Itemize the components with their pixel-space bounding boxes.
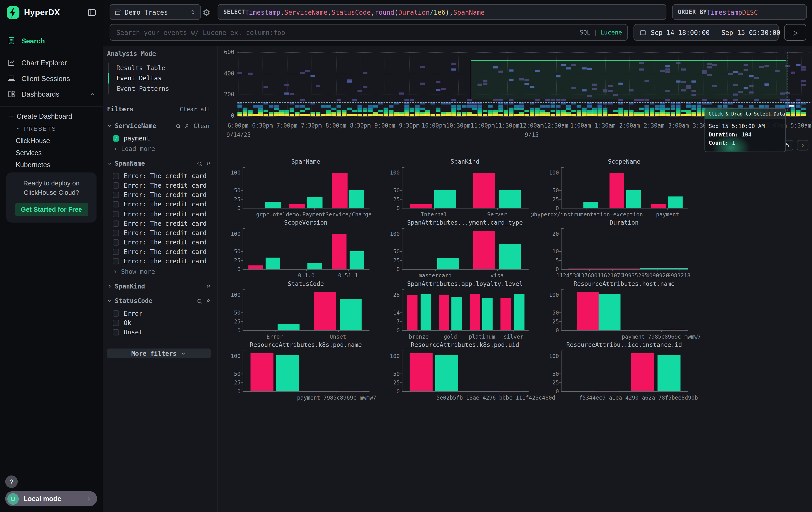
chevron-down-icon[interactable] bbox=[107, 161, 112, 166]
filter-checkbox-row[interactable]: Error: The credit card (… bbox=[107, 228, 211, 238]
chart-ytick-label: 50 bbox=[234, 309, 240, 316]
bar-green bbox=[276, 355, 299, 392]
filter-checkbox-row[interactable]: Error: The credit card (… bbox=[107, 209, 211, 219]
checkbox-unchecked[interactable] bbox=[113, 249, 119, 255]
filter-checkbox-row[interactable]: Error: The credit card (… bbox=[107, 181, 211, 190]
filter-checkbox-row[interactable]: Error: The credit card (… bbox=[107, 238, 211, 247]
checkbox-unchecked[interactable] bbox=[113, 220, 119, 226]
search-input[interactable] bbox=[115, 28, 575, 37]
sidebar-item-dashboards[interactable]: Dashboards bbox=[0, 86, 103, 102]
preset-services[interactable]: Services bbox=[0, 147, 103, 159]
checkbox-unchecked[interactable] bbox=[113, 173, 119, 179]
filter-checkbox-row[interactable]: Error: The credit card (… bbox=[107, 190, 211, 200]
chart-spanname: SpanName10050250grpc.oteldemo.PaymentSer… bbox=[219, 157, 378, 218]
chevron-down-icon[interactable] bbox=[107, 298, 112, 303]
help-button[interactable]: ? bbox=[5, 476, 18, 488]
heatmap-cell bbox=[279, 114, 284, 116]
clear-all-link[interactable]: Clear all bbox=[180, 106, 211, 113]
preset-clickhouse[interactable]: ClickHouse bbox=[0, 135, 103, 147]
heatmap-cell bbox=[613, 114, 618, 116]
heatmap-cell bbox=[535, 110, 540, 112]
sidebar-item-search[interactable]: Search bbox=[0, 33, 103, 49]
logs-icon bbox=[7, 36, 16, 45]
sql-select-input[interactable]: SELECT Timestamp, ServiceName, StatusCod… bbox=[218, 4, 666, 20]
avatar: U bbox=[7, 493, 19, 505]
preset-kubernetes[interactable]: Kubernetes bbox=[0, 159, 103, 171]
heatmap-cell bbox=[697, 114, 701, 116]
search-icon[interactable] bbox=[175, 123, 181, 129]
heatmap-cell bbox=[603, 112, 607, 114]
checkbox-unchecked[interactable] bbox=[113, 192, 119, 198]
selection-rectangle[interactable] bbox=[471, 60, 786, 100]
filter-section-header: SpanName bbox=[107, 160, 211, 167]
run-query-button[interactable]: ▷ bbox=[784, 24, 807, 41]
analysis-mode-results-table[interactable]: Results Table bbox=[107, 63, 211, 73]
pin-icon[interactable] bbox=[205, 298, 211, 304]
filter-checkbox-row[interactable]: Error: The credit card (… bbox=[107, 200, 211, 209]
chevron-right-icon[interactable] bbox=[107, 284, 112, 289]
get-started-button[interactable]: Get Started for Free bbox=[15, 203, 88, 216]
create-dashboard-button[interactable]: + Create Dashboard bbox=[0, 110, 103, 122]
search-icon[interactable] bbox=[197, 161, 203, 166]
main-heatmap-chart[interactable]: 6:00pm6:30pm7:00pm7:30pm8:00pm8:30pm9:00… bbox=[237, 52, 810, 116]
checkbox-unchecked[interactable] bbox=[113, 258, 119, 264]
chart-ytick-mark bbox=[241, 382, 243, 383]
presets-toggle[interactable]: PRESETS bbox=[0, 122, 103, 135]
checkbox-unchecked[interactable] bbox=[113, 183, 119, 189]
checkbox-unchecked[interactable] bbox=[113, 211, 119, 217]
source-select[interactable]: Demo Traces bbox=[110, 4, 201, 20]
checkbox-unchecked[interactable] bbox=[113, 201, 119, 208]
sidebar-collapse-icon[interactable] bbox=[87, 8, 96, 17]
analysis-mode-event-patterns[interactable]: Event Patterns bbox=[107, 84, 211, 94]
analysis-mode-event-deltas[interactable]: Event Deltas bbox=[107, 73, 211, 84]
filter-checkbox-row[interactable]: ✓payment bbox=[107, 134, 211, 143]
chart-ytick-mark bbox=[400, 199, 402, 199]
heatmap-cell bbox=[373, 114, 378, 116]
page-next-button[interactable]: › bbox=[797, 140, 808, 151]
heatmap-cell bbox=[415, 110, 419, 112]
filter-checkbox-row[interactable]: Error: The credit card (… bbox=[107, 247, 211, 257]
filter-checkbox-row[interactable]: Unset bbox=[107, 328, 211, 337]
chart-plot: 10050250payment-7985c8969c-mwmw7 bbox=[561, 289, 688, 330]
filter-checkbox-row[interactable]: Error: The credit card (… bbox=[107, 171, 211, 181]
sql-mode-toggle[interactable]: SQL bbox=[580, 29, 590, 36]
pin-icon[interactable] bbox=[205, 284, 211, 289]
checkbox-unchecked[interactable] bbox=[113, 310, 119, 317]
checkbox-checked[interactable]: ✓ bbox=[113, 135, 119, 141]
heatmap-cell bbox=[316, 85, 320, 87]
gear-icon[interactable]: ⚙ bbox=[203, 7, 210, 18]
bar-pink bbox=[473, 173, 495, 208]
user-menu[interactable]: U Local mode bbox=[5, 491, 97, 506]
filter-show-more-link[interactable]: Show more bbox=[107, 266, 211, 275]
chart-xtick-label: f5344ec9-a1ea-4290-a62a-78f5bee8d90b bbox=[579, 395, 698, 401]
more-filters-button[interactable]: More filters bbox=[107, 349, 211, 359]
sidebar-item-client-sessions[interactable]: Client Sessions bbox=[0, 71, 103, 86]
chart-ytick-label: 50 bbox=[234, 371, 240, 377]
sidebar-item-chart-explorer[interactable]: Chart Explorer bbox=[0, 55, 103, 70]
lucene-mode-toggle[interactable]: Lucene bbox=[600, 29, 622, 36]
filter-checkbox-row[interactable]: Error: The credit card (… bbox=[107, 219, 211, 228]
gridline-vertical bbox=[385, 52, 385, 116]
clear-filter-link[interactable]: Clear bbox=[194, 123, 211, 129]
checkbox-unchecked[interactable] bbox=[113, 320, 119, 326]
heatmap-cell bbox=[692, 112, 696, 114]
chart-title: SpanName bbox=[242, 158, 369, 165]
heatmap-cell bbox=[556, 105, 560, 108]
filter-checkbox-row[interactable]: Error: The credit card (… bbox=[107, 257, 211, 266]
heatmap-cell bbox=[404, 105, 409, 108]
checkbox-unchecked[interactable] bbox=[113, 239, 119, 245]
filter-checkbox-row[interactable]: Error bbox=[107, 309, 211, 318]
checkbox-unchecked[interactable] bbox=[113, 230, 119, 236]
order-by-input[interactable]: ORDER BY Timestamp DESC bbox=[672, 4, 807, 20]
date-range-picker[interactable]: Sep 14 18:00:00 - Sep 15 05:30:00 bbox=[634, 24, 778, 41]
heatmap-cell bbox=[242, 114, 247, 116]
filter-checkbox-row[interactable]: Ok bbox=[107, 318, 211, 328]
heatmap-cell bbox=[644, 105, 649, 108]
pin-icon[interactable] bbox=[205, 161, 211, 166]
checkbox-unchecked[interactable] bbox=[113, 329, 119, 335]
search-icon[interactable] bbox=[197, 298, 203, 304]
chevron-down-icon[interactable] bbox=[107, 123, 112, 129]
chevron-right-icon bbox=[86, 495, 92, 502]
pin-icon[interactable] bbox=[184, 123, 190, 129]
filter-load-more-link[interactable]: Load more bbox=[107, 143, 211, 153]
